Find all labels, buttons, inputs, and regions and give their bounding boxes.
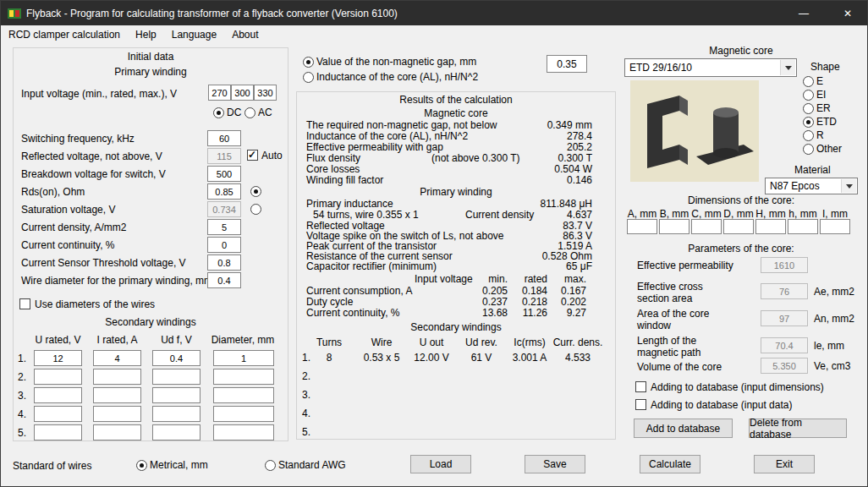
ac-radio[interactable] — [244, 107, 255, 118]
dim-input-b[interactable] — [659, 219, 689, 234]
row-number: 2. — [302, 370, 310, 382]
sec-diameter-1[interactable] — [213, 350, 274, 366]
effective-permeability-value — [761, 257, 808, 273]
field-label: Current continuity, % — [21, 239, 115, 251]
current-density-input[interactable] — [207, 219, 241, 235]
shape-radio-e[interactable] — [803, 76, 814, 87]
sec-result-header: Ic(rms) — [506, 337, 553, 348]
dim-input-h2[interactable] — [788, 219, 818, 234]
shape-radio-ei[interactable] — [803, 90, 814, 101]
rds-on-input[interactable] — [207, 183, 241, 200]
sec-result-header: Wire — [356, 337, 407, 348]
sec-diameter-5[interactable] — [213, 424, 274, 440]
sec-u-rated-5[interactable] — [34, 424, 82, 440]
secondary-col-header: Diameter, mm — [210, 334, 276, 346]
breakdown-voltage-input[interactable] — [207, 166, 241, 182]
result-value: 0.184 — [509, 285, 547, 297]
shape-radio-r[interactable] — [803, 130, 814, 141]
dim-input-h[interactable] — [755, 219, 786, 234]
results-secondary-title: Secondary windings — [296, 321, 616, 333]
metric-radio[interactable] — [136, 460, 147, 471]
shape-radio-er[interactable] — [803, 103, 814, 114]
delete-from-database-button[interactable]: Delete from database — [749, 419, 847, 438]
input-voltage-rated[interactable] — [231, 85, 254, 101]
sec-result-header: Ud rev. — [457, 337, 506, 348]
exit-button[interactable]: Exit — [754, 455, 815, 473]
shape-radio-other[interactable] — [803, 144, 814, 155]
sec-u-rated-2[interactable] — [34, 369, 82, 385]
close-icon[interactable]: ✕ — [833, 1, 862, 25]
gap-value-radio[interactable] — [303, 57, 314, 68]
dim-label: C, mm — [691, 208, 722, 220]
primary-wire-diameter-input[interactable] — [207, 272, 241, 288]
sec-diameter-3[interactable] — [213, 387, 274, 403]
param-unit: Ae, mm2 — [814, 286, 854, 298]
result-label: Winding fill factor — [306, 174, 383, 186]
saturation-voltage-radio[interactable] — [250, 204, 261, 215]
chevron-down-icon[interactable] — [841, 179, 856, 193]
sec-diameter-4[interactable] — [213, 406, 274, 422]
gap-value-input[interactable] — [547, 55, 587, 73]
dc-radio[interactable] — [213, 107, 224, 118]
sec-udf-3[interactable] — [152, 387, 201, 403]
awg-radio[interactable] — [265, 460, 276, 471]
shape-radio-etd[interactable] — [803, 117, 814, 128]
sec-result-value: 12.00 V — [407, 352, 456, 364]
core-volume-value — [761, 358, 808, 374]
sec-result-value: 61 V — [457, 352, 506, 364]
sec-u-rated-3[interactable] — [34, 387, 82, 403]
row-number: 4. — [302, 408, 310, 419]
sec-i-rated-5[interactable] — [93, 424, 141, 440]
add-to-database-button[interactable]: Add to database — [634, 419, 733, 438]
add-data-checkbox[interactable] — [635, 399, 646, 410]
sec-udf-2[interactable] — [152, 369, 201, 385]
load-button[interactable]: Load — [410, 455, 471, 473]
menu-help[interactable]: Help — [128, 29, 164, 41]
sec-u-rated-4[interactable] — [34, 406, 82, 422]
sec-i-rated-3[interactable] — [93, 387, 141, 403]
sec-result-header: U out — [407, 337, 456, 348]
al-value-radio[interactable] — [303, 72, 314, 83]
sensor-threshold-input[interactable] — [207, 254, 241, 271]
sec-udf-1[interactable] — [152, 350, 201, 366]
dim-input-a[interactable] — [627, 219, 657, 234]
menu-about[interactable]: About — [224, 29, 266, 41]
add-dimensions-checkbox[interactable] — [635, 381, 646, 392]
core-select[interactable]: ETD 29/16/10 — [624, 58, 797, 77]
save-button[interactable]: Save — [525, 455, 585, 473]
dim-input-i[interactable] — [820, 219, 850, 234]
dim-input-d[interactable] — [723, 219, 754, 234]
sec-udf-4[interactable] — [152, 406, 201, 422]
sec-i-rated-4[interactable] — [93, 406, 141, 422]
result-label: Duty cycle — [306, 296, 353, 308]
result-label: Current continuity, % — [306, 307, 400, 319]
result-label: Current consumption, A — [306, 285, 412, 297]
param-unit: Ve, cm3 — [814, 360, 850, 372]
minimize-icon[interactable]: — — [791, 1, 816, 25]
calculate-button[interactable]: Calculate — [640, 455, 700, 473]
current-continuity-input[interactable] — [207, 237, 241, 253]
app-icon — [8, 7, 21, 20]
sec-i-rated-1[interactable] — [93, 350, 141, 366]
dim-label: I, mm — [820, 208, 850, 220]
sec-u-rated-1[interactable] — [34, 350, 82, 366]
sec-diameter-2[interactable] — [213, 369, 274, 385]
result-value: 0.202 — [548, 296, 586, 308]
row-number: 1. — [18, 353, 26, 364]
sec-udf-5[interactable] — [152, 424, 201, 440]
input-voltage-min[interactable] — [208, 85, 231, 101]
switching-frequency-input[interactable] — [207, 130, 241, 146]
result-value: 811.848 μH — [516, 198, 592, 210]
auto-checkbox[interactable] — [247, 150, 258, 161]
sec-i-rated-2[interactable] — [93, 369, 141, 385]
input-voltage-max[interactable] — [254, 85, 277, 101]
menu-language[interactable]: Language — [164, 29, 224, 41]
result-value: 0.237 — [470, 296, 508, 308]
material-select[interactable]: N87 Epcos — [765, 178, 858, 194]
menu-rcd-clamper[interactable]: RCD clamper calculation — [1, 29, 128, 41]
row-number: 2. — [18, 371, 26, 383]
use-diameters-checkbox[interactable] — [19, 298, 30, 309]
rds-on-radio[interactable] — [250, 186, 261, 197]
chevron-down-icon[interactable] — [780, 60, 795, 75]
dim-input-c[interactable] — [691, 219, 722, 234]
